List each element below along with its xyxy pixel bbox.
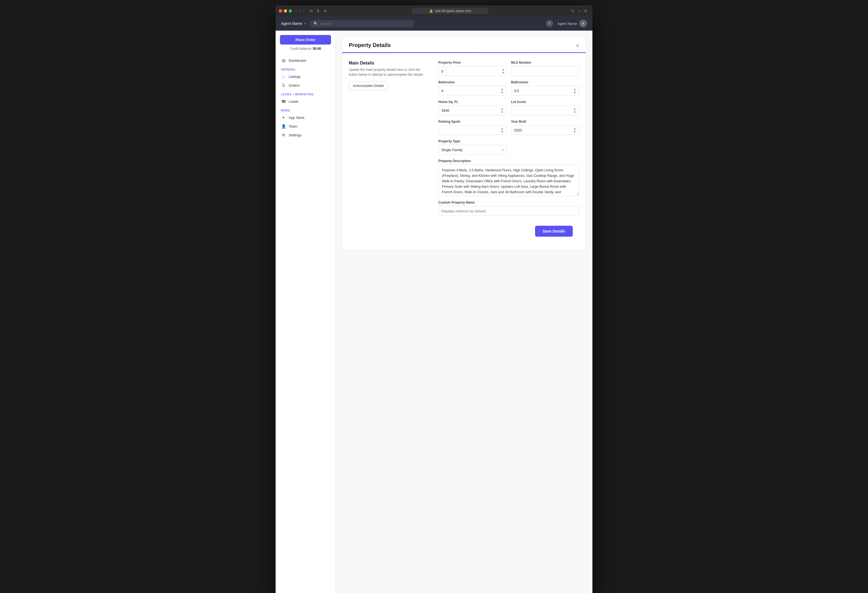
- save-btn-row: Save Details: [342, 223, 586, 250]
- header-right: ? Agent Name A: [546, 20, 587, 27]
- share-icon[interactable]: ⬆: [317, 9, 320, 13]
- chevron-down-icon: ▾: [304, 22, 306, 25]
- traffic-lights: [279, 9, 292, 13]
- sidebar-item-label: Settings: [289, 133, 301, 137]
- bathrooms-spinner[interactable]: ▲▼: [573, 87, 576, 94]
- app-header: Agent Name ▾ 🔍 ? Agent Name A: [276, 16, 592, 31]
- home-sqft-input-wrap: ▲▼: [438, 105, 507, 115]
- property-price-input[interactable]: [446, 67, 500, 76]
- sidebar-item-label: Leads: [289, 99, 298, 104]
- home-sqft-group: Home Sq. Ft. ▲▼: [438, 100, 507, 115]
- team-icon: 👤: [281, 124, 286, 129]
- parking-spots-group: Parking Spots ▲▼: [438, 120, 507, 135]
- custom-property-name-input[interactable]: [441, 209, 576, 213]
- agent-info-header[interactable]: Agent Name A: [558, 20, 587, 27]
- property-type-select[interactable]: Single Family Condo Townhouse Multi-Fami…: [441, 148, 502, 152]
- form-row-3: Home Sq. Ft. ▲▼ Lot Acres ▲▼: [438, 100, 579, 115]
- sidebar-item-label: Orders: [289, 83, 300, 87]
- property-price-group: Property Price $ ▲▼: [438, 61, 507, 76]
- credit-balance-value: $0.00: [313, 47, 321, 50]
- titlebar: ⋮⋮⋮ ✉ ⬆ ⊕ 🔒 real-3d-space.aryeo.com ↻ + …: [276, 6, 592, 16]
- sidebar-item-leads[interactable]: ☎ Leads: [276, 97, 335, 106]
- custom-property-name-group: Custom Property Name: [438, 201, 579, 216]
- dashboard-icon: ▤: [281, 58, 286, 62]
- sidebar-section-more: MORE: [276, 106, 335, 113]
- placeholder-group: [511, 139, 579, 155]
- minimize-button[interactable]: [284, 9, 287, 13]
- maximize-button[interactable]: [289, 9, 292, 13]
- property-price-input-wrap: $ ▲▼: [438, 66, 507, 76]
- agent-name-dropdown[interactable]: Agent Name ▾: [281, 21, 306, 26]
- sidebar-item-orders[interactable]: ☰ Orders: [276, 81, 335, 90]
- mls-number-label: MLS Number: [511, 61, 579, 65]
- tabs-icon[interactable]: ⧉: [584, 9, 587, 13]
- agent-name-label: Agent Name: [281, 21, 303, 26]
- parking-spots-input-wrap: ▲▼: [438, 125, 507, 135]
- bedrooms-input-wrap: ▲▼: [438, 86, 507, 96]
- property-description-label: Property Description: [438, 159, 579, 163]
- titlebar-right-icons: ↻ + ⧉: [571, 9, 587, 13]
- custom-property-name-input-wrap: [438, 206, 579, 216]
- sidebar: Place Order Credit balance: $0.00 ▤ Dash…: [276, 31, 336, 593]
- search-box[interactable]: 🔍: [310, 20, 414, 27]
- lot-acres-input[interactable]: [514, 108, 573, 112]
- sidebar-item-settings[interactable]: ⚙ Settings: [276, 131, 335, 139]
- bedrooms-input[interactable]: [441, 89, 500, 93]
- sidebar-item-dashboard[interactable]: ▤ Dashboard: [276, 56, 335, 65]
- titlebar-nav-icons: ⋮⋮⋮ ✉ ⬆ ⊕: [294, 9, 327, 13]
- card-collapse-button[interactable]: ∧: [576, 42, 579, 48]
- lock-icon: 🔒: [429, 9, 433, 13]
- new-tab-icon[interactable]: +: [578, 9, 580, 13]
- bathrooms-input[interactable]: [514, 89, 573, 93]
- home-sqft-spinner[interactable]: ▲▼: [500, 107, 503, 114]
- titlebar-center: 🔒 real-3d-space.aryeo.com: [331, 8, 569, 14]
- bedrooms-spinner[interactable]: ▲▼: [500, 87, 503, 94]
- bathrooms-input-wrap: ▲▼: [511, 86, 579, 96]
- sidebar-item-appstore[interactable]: ✦ App Store: [276, 113, 335, 122]
- home-sqft-input[interactable]: [441, 108, 500, 112]
- property-description-textarea-wrap: Features 4 Beds, 3.5 Baths, Hardwood Flo…: [438, 164, 579, 196]
- parking-spinner[interactable]: ▲▼: [500, 127, 503, 133]
- price-spinner[interactable]: ▲▼: [500, 68, 506, 74]
- lot-acres-group: Lot Acres ▲▼: [511, 100, 579, 115]
- save-details-button[interactable]: Save Details: [535, 226, 573, 237]
- sidebar-item-label: App Store: [289, 115, 304, 120]
- sidebar-item-team[interactable]: 👤 Team: [276, 122, 335, 131]
- lot-acres-spinner[interactable]: ▲▼: [573, 107, 576, 114]
- property-type-label: Property Type: [438, 139, 507, 143]
- property-description-textarea[interactable]: Features 4 Beds, 3.5 Baths, Hardwood Flo…: [438, 165, 579, 195]
- parking-spots-input[interactable]: [441, 128, 500, 132]
- year-built-input[interactable]: [514, 128, 573, 132]
- grid-icon[interactable]: ⋮⋮⋮: [294, 9, 306, 13]
- sidebar-item-label: Team: [289, 124, 297, 129]
- main-details-section: Main Details Update the main property de…: [349, 61, 425, 216]
- bathrooms-group: Bathrooms ▲▼: [511, 80, 579, 96]
- avatar: A: [579, 20, 587, 27]
- sidebar-item-label: Dashboard: [289, 59, 306, 62]
- sidebar-section-leads: LEADS + MARKETING: [276, 90, 335, 97]
- help-button[interactable]: ?: [546, 20, 553, 27]
- bedrooms-label: Bedrooms: [438, 80, 507, 84]
- year-built-label: Year Built: [511, 120, 579, 124]
- mail-icon[interactable]: ✉: [310, 9, 313, 13]
- bedrooms-group: Bedrooms ▲▼: [438, 80, 507, 96]
- url-text: real-3d-space.aryeo.com: [435, 9, 471, 13]
- year-built-spinner[interactable]: ▲▼: [573, 127, 576, 133]
- sidebar-item-listings[interactable]: ⌂ Listings: [276, 72, 335, 81]
- shield-icon[interactable]: ⊕: [324, 9, 327, 13]
- close-button[interactable]: [279, 9, 282, 13]
- settings-icon: ⚙: [281, 133, 286, 137]
- card-body: Main Details Update the main property de…: [342, 53, 586, 223]
- form-row-4: Parking Spots ▲▼ Year Built ▲: [438, 120, 579, 135]
- main-details-heading: Main Details: [349, 61, 425, 66]
- form-row-1: Property Price $ ▲▼ MLS Number: [438, 61, 579, 76]
- url-bar[interactable]: 🔒 real-3d-space.aryeo.com: [412, 8, 489, 14]
- lot-acres-label: Lot Acres: [511, 100, 579, 104]
- property-price-label: Property Price: [438, 61, 507, 65]
- place-order-button[interactable]: Place Order: [280, 35, 331, 44]
- search-input[interactable]: [320, 22, 411, 26]
- refresh-icon[interactable]: ↻: [571, 9, 574, 13]
- autocomplete-button[interactable]: Autocomplete Details: [349, 81, 388, 90]
- mls-number-input[interactable]: [514, 69, 576, 73]
- orders-icon: ☰: [281, 83, 286, 87]
